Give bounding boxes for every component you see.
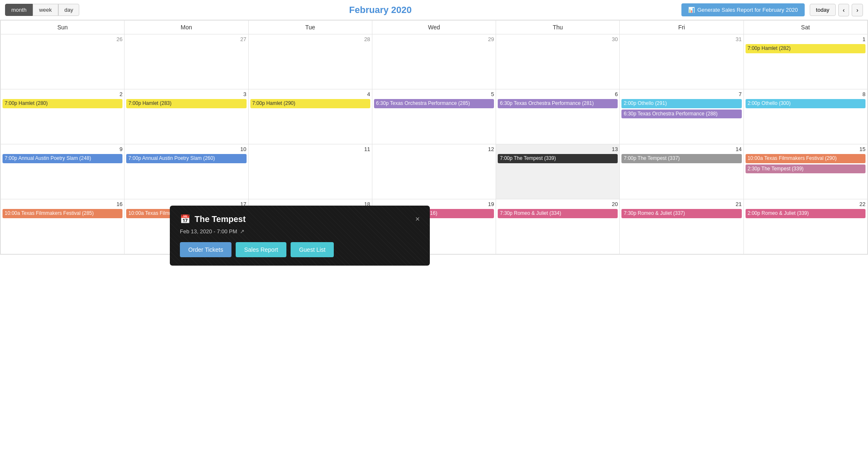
modal-title: 📅 The Tempest bbox=[180, 214, 246, 224]
modal-actions: Order Tickets Sales Report Guest List bbox=[180, 242, 420, 255]
modal-calendar-icon: 📅 bbox=[180, 214, 190, 224]
modal-close-button[interactable]: × bbox=[415, 215, 420, 224]
external-link-icon[interactable]: ↗ bbox=[240, 228, 244, 235]
modal-overlay: 📅 The Tempest × Feb 13, 2020 - 7:00 PM ↗… bbox=[0, 0, 868, 255]
modal-event-name: The Tempest bbox=[195, 214, 246, 224]
event-detail-modal: 📅 The Tempest × Feb 13, 2020 - 7:00 PM ↗… bbox=[170, 206, 430, 255]
order-tickets-button[interactable]: Order Tickets bbox=[180, 242, 231, 255]
modal-event-date: Feb 13, 2020 - 7:00 PM ↗ bbox=[180, 228, 420, 235]
modal-date-text: Feb 13, 2020 - 7:00 PM bbox=[180, 228, 237, 235]
modal-header: 📅 The Tempest × bbox=[180, 214, 420, 224]
sales-report-button[interactable]: Sales Report bbox=[236, 242, 286, 255]
guest-list-button[interactable]: Guest List bbox=[291, 242, 334, 255]
